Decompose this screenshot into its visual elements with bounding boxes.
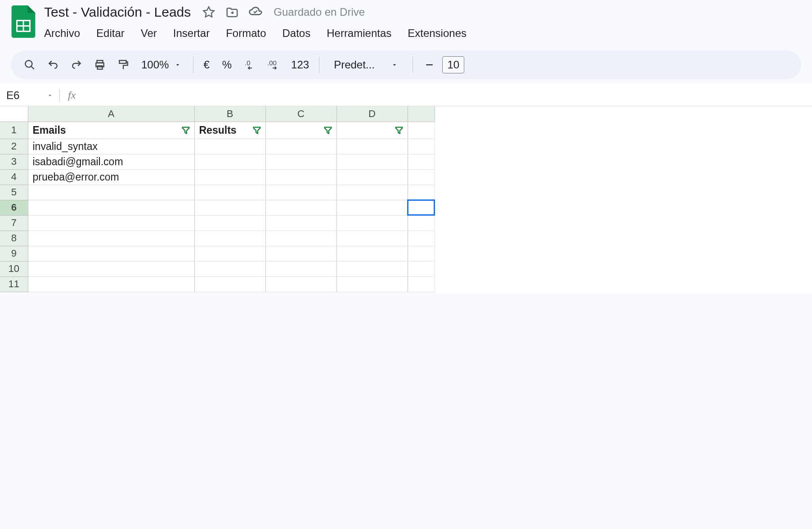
cell-C7[interactable] xyxy=(265,215,336,231)
cell-C1[interactable] xyxy=(265,122,336,139)
cell-C6[interactable] xyxy=(265,200,336,215)
font-dropdown[interactable]: Predet... xyxy=(327,59,405,71)
cell-E3[interactable] xyxy=(408,154,435,169)
sheets-logo[interactable] xyxy=(11,5,36,38)
zoom-dropdown[interactable]: 100% xyxy=(137,59,186,71)
cell-C8[interactable] xyxy=(265,231,336,246)
column-header-B[interactable]: B xyxy=(194,106,265,122)
column-header-D[interactable]: D xyxy=(336,106,408,122)
cell-C5[interactable] xyxy=(265,185,336,200)
cell-B11[interactable] xyxy=(194,276,265,292)
menu-datos[interactable]: Datos xyxy=(274,23,319,43)
increase-decimal-icon[interactable]: .00 xyxy=(265,55,285,75)
cell-B2[interactable] xyxy=(194,139,265,154)
cell-B3[interactable] xyxy=(194,154,265,169)
filter-icon[interactable] xyxy=(323,125,333,135)
cell-A6[interactable] xyxy=(28,200,194,215)
cell-E8[interactable] xyxy=(408,231,435,246)
cell-A11[interactable] xyxy=(28,276,194,292)
row-header-4[interactable]: 4 xyxy=(0,169,28,185)
menu-extensiones[interactable]: Extensiones xyxy=(399,23,475,43)
menu-editar[interactable]: Editar xyxy=(88,23,133,43)
column-header-C[interactable]: C xyxy=(265,106,336,122)
paint-format-icon[interactable] xyxy=(113,55,133,75)
cell-reference-dropdown[interactable]: E6 xyxy=(0,89,59,102)
cell-E5[interactable] xyxy=(408,185,435,200)
menu-herramientas[interactable]: Herramientas xyxy=(319,23,399,43)
cell-B7[interactable] xyxy=(194,215,265,231)
cell-E7[interactable] xyxy=(408,215,435,231)
cell-B4[interactable] xyxy=(194,169,265,185)
undo-icon[interactable] xyxy=(43,55,63,75)
document-title[interactable]: Test - Validación - Leads xyxy=(41,4,193,21)
cell-D8[interactable] xyxy=(336,231,408,246)
cell-D10[interactable] xyxy=(336,261,408,276)
column-header-E[interactable] xyxy=(408,106,435,122)
cloud-saved-icon[interactable] xyxy=(248,5,263,19)
filter-icon[interactable] xyxy=(181,125,191,135)
cell-C11[interactable] xyxy=(265,276,336,292)
cell-A3[interactable]: isabadi@gmail.com xyxy=(28,154,194,169)
row-header-5[interactable]: 5 xyxy=(0,185,28,200)
menu-ver[interactable]: Ver xyxy=(133,23,165,43)
cell-A10[interactable] xyxy=(28,261,194,276)
cell-C10[interactable] xyxy=(265,261,336,276)
cell-C2[interactable] xyxy=(265,139,336,154)
decrease-decimal-icon[interactable]: .0 xyxy=(242,55,261,75)
cell-E10[interactable] xyxy=(408,261,435,276)
cell-D9[interactable] xyxy=(336,246,408,261)
cell-B6[interactable] xyxy=(194,200,265,215)
select-all-corner[interactable] xyxy=(0,106,28,122)
cell-D7[interactable] xyxy=(336,215,408,231)
cell-E1[interactable] xyxy=(408,122,435,139)
menu-archivo[interactable]: Archivo xyxy=(41,23,88,43)
row-header-9[interactable]: 9 xyxy=(0,246,28,261)
cell-A4[interactable]: prueba@error.com xyxy=(28,169,194,185)
row-header-8[interactable]: 8 xyxy=(0,231,28,246)
row-header-2[interactable]: 2 xyxy=(0,139,28,154)
cell-D5[interactable] xyxy=(336,185,408,200)
currency-button[interactable]: € xyxy=(201,59,212,71)
cell-D2[interactable] xyxy=(336,139,408,154)
spreadsheet-grid[interactable]: A B C D 1 Emails Results xyxy=(0,106,812,292)
font-size-input[interactable]: 10 xyxy=(442,56,464,73)
cell-E6[interactable] xyxy=(408,200,435,215)
cell-E9[interactable] xyxy=(408,246,435,261)
redo-icon[interactable] xyxy=(67,55,86,75)
cell-B8[interactable] xyxy=(194,231,265,246)
decrease-font-button[interactable]: − xyxy=(420,57,439,72)
cell-B9[interactable] xyxy=(194,246,265,261)
cell-A1[interactable]: Emails xyxy=(28,122,194,139)
formula-input[interactable] xyxy=(84,85,812,106)
percent-button[interactable]: % xyxy=(216,59,238,71)
cell-E4[interactable] xyxy=(408,169,435,185)
print-icon[interactable] xyxy=(90,55,110,75)
row-header-7[interactable]: 7 xyxy=(0,215,28,231)
cell-B10[interactable] xyxy=(194,261,265,276)
cell-A8[interactable] xyxy=(28,231,194,246)
filter-icon[interactable] xyxy=(394,125,404,135)
cell-E11[interactable] xyxy=(408,276,435,292)
cell-A2[interactable]: invalid_syntax xyxy=(28,139,194,154)
cell-D3[interactable] xyxy=(336,154,408,169)
cell-C9[interactable] xyxy=(265,246,336,261)
column-header-A[interactable]: A xyxy=(28,106,194,122)
row-header-10[interactable]: 10 xyxy=(0,261,28,276)
cell-B5[interactable] xyxy=(194,185,265,200)
filter-icon[interactable] xyxy=(252,125,262,135)
search-icon[interactable] xyxy=(20,55,40,75)
row-header-1[interactable]: 1 xyxy=(0,122,28,139)
move-folder-icon[interactable] xyxy=(225,5,239,19)
row-header-11[interactable]: 11 xyxy=(0,276,28,292)
star-icon[interactable] xyxy=(202,5,216,19)
number-format-button[interactable]: 123 xyxy=(288,59,312,71)
cell-D1[interactable] xyxy=(336,122,408,139)
cell-D11[interactable] xyxy=(336,276,408,292)
row-header-3[interactable]: 3 xyxy=(0,154,28,169)
row-header-6[interactable]: 6 xyxy=(0,200,28,215)
cell-D6[interactable] xyxy=(336,200,408,215)
cell-C3[interactable] xyxy=(265,154,336,169)
cell-A5[interactable] xyxy=(28,185,194,200)
cell-D4[interactable] xyxy=(336,169,408,185)
cell-E2[interactable] xyxy=(408,139,435,154)
